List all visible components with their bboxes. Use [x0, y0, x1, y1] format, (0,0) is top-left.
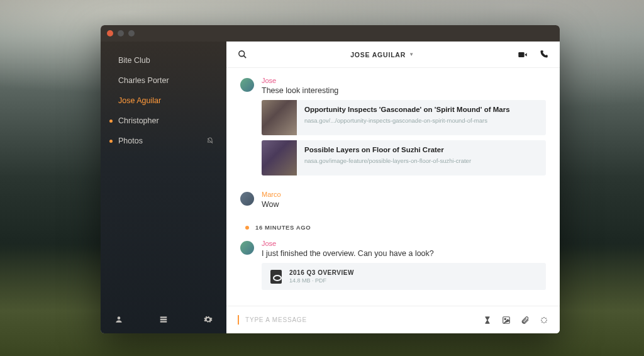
- svg-point-11: [541, 320, 542, 321]
- conversation-title-text: JOSE AGUILAR: [350, 51, 406, 58]
- image-icon[interactable]: [502, 316, 511, 325]
- svg-point-13: [541, 318, 543, 319]
- message-list: Jose These look interesting Opportunity …: [226, 68, 560, 306]
- conversation-item[interactable]: Photos: [101, 131, 226, 151]
- settings-icon[interactable]: [204, 315, 213, 324]
- conversation-label: Photos: [118, 136, 143, 145]
- svg-point-0: [118, 316, 121, 320]
- voice-call-icon[interactable]: [539, 50, 548, 60]
- sidebar-footer: [101, 306, 226, 333]
- conversation-label: Jose Aguilar: [118, 96, 161, 105]
- composer-accent-bar: [238, 315, 239, 325]
- conversation-header: JOSE AGUILAR ▼: [226, 42, 560, 68]
- svg-point-4: [239, 51, 245, 57]
- timer-icon[interactable]: [483, 316, 492, 325]
- conversation-item[interactable]: Christopher: [101, 111, 226, 131]
- conversation-item-active[interactable]: Jose Aguilar: [101, 91, 226, 111]
- app-window: Bite Club Charles Porter Jose Aguilar Ch…: [101, 25, 560, 333]
- avatar[interactable]: [240, 241, 254, 255]
- conversation-item[interactable]: Bite Club: [101, 50, 226, 70]
- svg-point-12: [546, 320, 547, 321]
- svg-rect-2: [160, 319, 167, 320]
- link-url: nasa.gov/.../opportunity-inspects-gascon…: [304, 117, 510, 124]
- message-sender: Marco: [262, 191, 546, 198]
- unread-dot-icon: [109, 140, 113, 143]
- message: Jose These look interesting Opportunity …: [240, 77, 546, 181]
- window-maximize-button[interactable]: [128, 30, 135, 36]
- link-thumbnail: [262, 140, 297, 175]
- message-text: These look interesting: [262, 86, 546, 95]
- conversation-label: Charles Porter: [118, 76, 169, 85]
- message-composer: [226, 306, 560, 333]
- svg-rect-1: [160, 316, 167, 318]
- link-url: nasa.gov/image-feature/possible-layers-o…: [304, 157, 471, 164]
- message-sender: Jose: [262, 240, 546, 247]
- svg-point-8: [504, 318, 506, 320]
- window-close-button[interactable]: [107, 30, 113, 36]
- message-text: Wow: [262, 200, 546, 209]
- archive-icon[interactable]: [159, 315, 168, 324]
- divider-label: 16 MINUTES AGO: [255, 224, 311, 231]
- divider-dot-icon: [245, 226, 249, 230]
- link-title: Possible Layers on Floor of Suzhi Crater: [304, 145, 471, 155]
- avatar[interactable]: [240, 192, 254, 206]
- sidebar: Bite Club Charles Porter Jose Aguilar Ch…: [101, 42, 226, 333]
- message-text: I just finished the overview. Can you ha…: [262, 249, 546, 258]
- chevron-down-icon: ▼: [409, 52, 414, 57]
- muted-icon: [206, 137, 214, 145]
- conversation-item[interactable]: Charles Porter: [101, 70, 226, 91]
- file-meta: 14.8 MB · PDF: [289, 277, 354, 284]
- svg-point-14: [545, 321, 547, 323]
- file-attachment[interactable]: 2016 Q3 OVERVIEW 14.8 MB · PDF: [262, 263, 546, 290]
- svg-point-10: [543, 322, 545, 323]
- file-name: 2016 Q3 OVERVIEW: [289, 269, 354, 276]
- svg-rect-6: [518, 52, 524, 57]
- svg-point-9: [543, 317, 545, 318]
- time-divider: 16 MINUTES AGO: [240, 224, 546, 231]
- conversation-label: Christopher: [118, 116, 159, 125]
- search-icon[interactable]: [238, 50, 247, 59]
- attachment-icon[interactable]: [521, 316, 530, 325]
- main-panel: JOSE AGUILAR ▼ Jose The: [226, 42, 560, 333]
- titlebar: [101, 25, 560, 42]
- link-thumbnail: [262, 100, 297, 135]
- conversation-title[interactable]: JOSE AGUILAR ▼: [247, 51, 518, 58]
- message-sender: Jose: [262, 77, 546, 84]
- link-preview[interactable]: Possible Layers on Floor of Suzhi Crater…: [262, 140, 546, 175]
- link-preview[interactable]: Opportunity Inspects 'Gasconade' on 'Spi…: [262, 100, 546, 135]
- conversation-list: Bite Club Charles Porter Jose Aguilar Ch…: [101, 42, 226, 306]
- file-icon: [270, 270, 282, 284]
- message: Marco Wow: [240, 191, 546, 214]
- avatar[interactable]: [240, 78, 254, 92]
- message-input[interactable]: [245, 316, 483, 323]
- window-minimize-button[interactable]: [118, 30, 124, 36]
- svg-point-16: [541, 321, 543, 323]
- svg-line-5: [243, 55, 246, 58]
- svg-point-15: [545, 318, 547, 319]
- message: Jose I just finished the overview. Can y…: [240, 240, 546, 290]
- video-call-icon[interactable]: [518, 50, 528, 60]
- unread-dot-icon: [109, 120, 113, 123]
- link-title: Opportunity Inspects 'Gasconade' on 'Spi…: [304, 105, 510, 114]
- conversation-label: Bite Club: [118, 56, 150, 65]
- more-icon[interactable]: [540, 316, 548, 325]
- contacts-icon[interactable]: [114, 315, 123, 324]
- svg-rect-3: [160, 321, 167, 322]
